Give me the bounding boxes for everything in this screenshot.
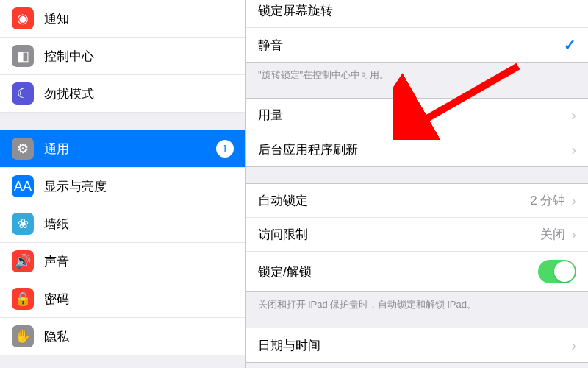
detail-pane: 锁定屏幕旋转 静音 ✓ "旋转锁定"在控制中心中可用。 用量 › 后台应用程序刷… bbox=[246, 0, 588, 368]
gear-icon: ⚙ bbox=[12, 138, 34, 160]
row-mute[interactable]: 静音 ✓ bbox=[246, 28, 588, 62]
row-datetime[interactable]: 日期与时间 › bbox=[246, 328, 588, 362]
toggle-switch[interactable] bbox=[538, 260, 576, 283]
sidebar: ◉ 通知 ◧ 控制中心 ☾ 勿扰模式 ⚙ 通用 1 AA 显示与亮度 ❀ 墙纸 … bbox=[0, 0, 246, 368]
group-usage: 用量 › 后台应用程序刷新 › bbox=[246, 98, 588, 167]
row-usage[interactable]: 用量 › bbox=[246, 99, 588, 132]
sidebar-item-label: 隐私 bbox=[44, 328, 234, 345]
sidebar-item-dnd[interactable]: ☾ 勿扰模式 bbox=[0, 75, 245, 113]
row-label: 访问限制 bbox=[258, 226, 540, 243]
group-datetime: 日期与时间 › bbox=[246, 328, 588, 363]
row-label: 自动锁定 bbox=[258, 192, 530, 209]
sidebar-spacer bbox=[0, 113, 245, 130]
sidebar-item-passcode[interactable]: 🔒 密码 bbox=[0, 280, 245, 318]
chevron-right-icon: › bbox=[571, 226, 576, 243]
row-value: 2 分钟 bbox=[530, 192, 565, 209]
sidebar-item-label: 通知 bbox=[44, 10, 234, 27]
sidebar-item-label: 控制中心 bbox=[44, 48, 234, 65]
sidebar-item-label: 勿扰模式 bbox=[44, 85, 234, 102]
sidebar-item-label: 墙纸 bbox=[44, 216, 234, 233]
sidebar-item-notifications[interactable]: ◉ 通知 bbox=[0, 0, 245, 38]
notifications-icon: ◉ bbox=[12, 7, 34, 29]
chevron-right-icon: › bbox=[571, 337, 576, 354]
sidebar-spacer bbox=[0, 355, 245, 368]
display-icon: AA bbox=[12, 175, 34, 197]
row-label: 后台应用程序刷新 bbox=[258, 141, 571, 158]
sidebar-item-sound[interactable]: 🔊 声音 bbox=[0, 243, 245, 280]
row-label: 锁定屏幕旋转 bbox=[258, 2, 576, 19]
row-value: 关闭 bbox=[540, 226, 565, 243]
sidebar-item-general[interactable]: ⚙ 通用 1 bbox=[0, 130, 245, 168]
chevron-right-icon: › bbox=[571, 141, 576, 158]
row-auto-lock[interactable]: 自动锁定 2 分钟 › bbox=[246, 184, 588, 218]
row-label: 静音 bbox=[258, 37, 564, 54]
group-side-switch: 锁定屏幕旋转 静音 ✓ bbox=[246, 0, 588, 63]
group-footer-note: "旋转锁定"在控制中心中可用。 bbox=[246, 63, 588, 82]
group-lock: 自动锁定 2 分钟 › 访问限制 关闭 › 锁定/解锁 bbox=[246, 183, 588, 292]
row-lock-unlock[interactable]: 锁定/解锁 bbox=[246, 252, 588, 291]
row-bg-refresh[interactable]: 后台应用程序刷新 › bbox=[246, 132, 588, 166]
speaker-icon: 🔊 bbox=[12, 250, 34, 272]
row-label: 日期与时间 bbox=[258, 337, 571, 354]
chevron-right-icon: › bbox=[571, 107, 576, 124]
sidebar-item-display[interactable]: AA 显示与亮度 bbox=[0, 168, 245, 205]
sidebar-item-control-center[interactable]: ◧ 控制中心 bbox=[0, 38, 245, 75]
control-center-icon: ◧ bbox=[12, 45, 34, 67]
row-label: 用量 bbox=[258, 107, 571, 124]
lock-icon: 🔒 bbox=[12, 288, 34, 310]
row-label: 锁定/解锁 bbox=[258, 263, 538, 280]
wallpaper-icon: ❀ bbox=[12, 213, 34, 235]
sidebar-item-wallpaper[interactable]: ❀ 墙纸 bbox=[0, 205, 245, 243]
sidebar-item-label: 显示与亮度 bbox=[44, 178, 234, 195]
chevron-right-icon: › bbox=[571, 192, 576, 209]
badge: 1 bbox=[216, 140, 234, 158]
moon-icon: ☾ bbox=[12, 82, 34, 105]
sidebar-item-label: 密码 bbox=[44, 291, 234, 308]
group-footer-note: 关闭和打开 iPad 保护盖时，自动锁定和解锁 iPad。 bbox=[246, 292, 588, 311]
sidebar-item-label: 声音 bbox=[44, 253, 234, 270]
sidebar-item-label: 通用 bbox=[44, 141, 216, 158]
sidebar-item-privacy[interactable]: ✋ 隐私 bbox=[0, 318, 245, 355]
hand-icon: ✋ bbox=[12, 325, 34, 347]
checkmark-icon: ✓ bbox=[564, 36, 576, 54]
row-restrictions[interactable]: 访问限制 关闭 › bbox=[246, 218, 588, 252]
row-rotation-lock[interactable]: 锁定屏幕旋转 bbox=[246, 0, 588, 28]
